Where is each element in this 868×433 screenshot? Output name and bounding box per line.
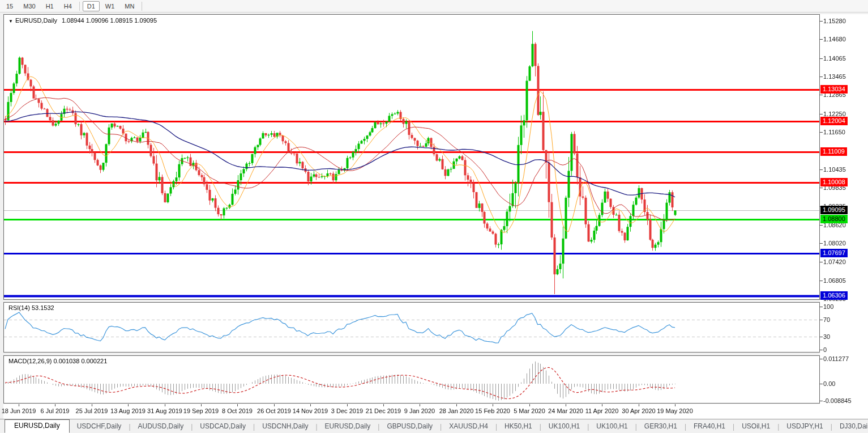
date-axis-label: 9 Jan 2020 (404, 407, 435, 414)
timeframe-button-h1[interactable]: H1 (41, 1, 58, 11)
date-axis-label: 5 Mar 2020 (514, 407, 545, 414)
timeframe-toolbar: 15M30H1H4D1W1MN (0, 0, 868, 12)
date-axis-label: 19 Sep 2019 (183, 407, 219, 414)
chart-tab-eurusd-daily[interactable]: EURUSD,Daily (318, 421, 378, 432)
date-axis-label: 21 Dec 2019 (366, 407, 401, 414)
chart-tab-usdjpy-h1[interactable]: USDJPY,H1 (779, 421, 830, 432)
date-tick-mark (128, 404, 129, 406)
rsi-panel: RSI(14) 53.1532 (3, 302, 820, 353)
date-axis-label: 26 Oct 2019 (257, 407, 291, 414)
date-tick-mark (602, 404, 602, 406)
timeframe-button-15[interactable]: 15 (2, 1, 18, 11)
macd-canvas[interactable] (4, 356, 819, 403)
date-tick-mark (165, 404, 165, 406)
symbol-dropdown-icon[interactable]: ▼ (8, 19, 13, 24)
chart-tab-gbpusd-daily[interactable]: GBPUSD,Daily (379, 421, 440, 432)
chart-tab-uk100-h1[interactable]: UK100,H1 (541, 421, 587, 432)
date-tick-mark (493, 404, 493, 406)
chart-tab-xauusd-h4[interactable]: XAUUSD,H4 (442, 421, 495, 432)
macd-label: MACD(12,26,9) 0.001038 0.000221 (8, 358, 107, 364)
date-tick-mark (420, 404, 420, 406)
date-axis-label: 15 Feb 2020 (475, 407, 510, 414)
date-axis-label: 30 Apr 2020 (622, 407, 655, 414)
mt4-window: 15M30H1H4D1W1MN ▼EURUSD,Daily1.08944 1.0… (0, 0, 868, 433)
timeframe-button-h4[interactable]: H4 (59, 1, 76, 11)
chart-symbol-period: EURUSD,Daily (15, 17, 57, 24)
timeframe-button-mn[interactable]: MN (120, 1, 139, 11)
date-tick-mark (310, 404, 311, 406)
date-axis-label: 8 Oct 2019 (222, 407, 253, 414)
date-tick-mark (639, 404, 639, 406)
timeframe-button-m30[interactable]: M30 (19, 1, 40, 11)
date-axis-label: 3 Dec 2019 (331, 407, 363, 414)
chart-tab-usdchf-daily[interactable]: USDCHF,Daily (70, 421, 129, 432)
date-axis-label: 6 Jul 2019 (41, 407, 70, 414)
date-axis-label: 25 Jul 2019 (76, 407, 108, 414)
main-chart-panel: ▼EURUSD,Daily1.08944 1.09096 1.08915 1.0… (3, 14, 820, 300)
chart-tab-audusd-daily[interactable]: AUDUSD,Daily (131, 421, 191, 432)
date-tick-mark (347, 404, 348, 406)
timeframe-button-w1[interactable]: W1 (101, 1, 119, 11)
date-axis-label: 19 May 2020 (657, 407, 693, 414)
toolbar-separator (79, 2, 80, 11)
date-tick-mark (55, 404, 55, 406)
main-chart-canvas[interactable] (4, 15, 819, 299)
date-axis-label: 14 Nov 2019 (293, 407, 328, 414)
date-tick-mark (19, 404, 19, 406)
chart-tab-usdcad-daily[interactable]: USDCAD,Daily (193, 421, 253, 432)
date-tick-mark (456, 404, 457, 406)
chart-tab-usdcnh-daily[interactable]: USDCNH,Daily (255, 421, 315, 432)
chart-tab-dj30-daily[interactable]: DJ30,Daily (832, 421, 868, 432)
date-axis-label: 31 Aug 2019 (147, 407, 182, 414)
date-tick-mark (201, 404, 202, 406)
rsi-canvas[interactable] (4, 303, 819, 352)
chart-title: ▼EURUSD,Daily1.08944 1.09096 1.08915 1.0… (8, 17, 157, 24)
date-axis-label: 11 Apr 2020 (585, 407, 619, 414)
chart-ohlc-values: 1.08944 1.09096 1.08915 1.09095 (62, 17, 157, 24)
date-tick-mark (566, 404, 566, 406)
rsi-label: RSI(14) 53.1532 (8, 304, 54, 311)
date-axis-label: 24 Mar 2020 (548, 407, 583, 414)
date-tick-mark (529, 404, 530, 406)
chart-tab-uk100-h1[interactable]: UK100,H1 (589, 421, 635, 432)
chart-tab-fra40-h1[interactable]: FRA40,H1 (686, 421, 733, 432)
chart-tab-usoil-h1[interactable]: USOil,H1 (734, 421, 777, 432)
date-tick-mark (383, 404, 384, 406)
date-tick-mark (92, 404, 92, 406)
price-axis-column[interactable] (820, 14, 868, 404)
date-axis[interactable]: 18 Jun 20196 Jul 201925 Jul 201913 Aug 2… (3, 404, 868, 419)
date-tick-mark (237, 404, 238, 406)
date-tick-mark (675, 404, 675, 406)
date-tick-mark (274, 404, 275, 406)
chart-tab-bar: EURUSD,DailyUSDCHF,Daily|AUDUSD,Daily|US… (0, 419, 868, 433)
date-axis-label: 18 Jun 2019 (2, 407, 36, 414)
date-axis-label: 28 Jan 2020 (439, 407, 474, 414)
chart-tab-eurusd-daily[interactable]: EURUSD,Daily (5, 419, 70, 433)
chart-tab-hk50-h1[interactable]: HK50,H1 (497, 421, 540, 432)
timeframe-button-d1[interactable]: D1 (83, 1, 100, 11)
macd-panel: MACD(12,26,9) 0.001038 0.000221 (3, 355, 820, 404)
chart-tab-ger30-h1[interactable]: GER30,H1 (637, 421, 685, 432)
date-axis-label: 13 Aug 2019 (110, 407, 146, 414)
toolbar-separator (142, 2, 142, 11)
